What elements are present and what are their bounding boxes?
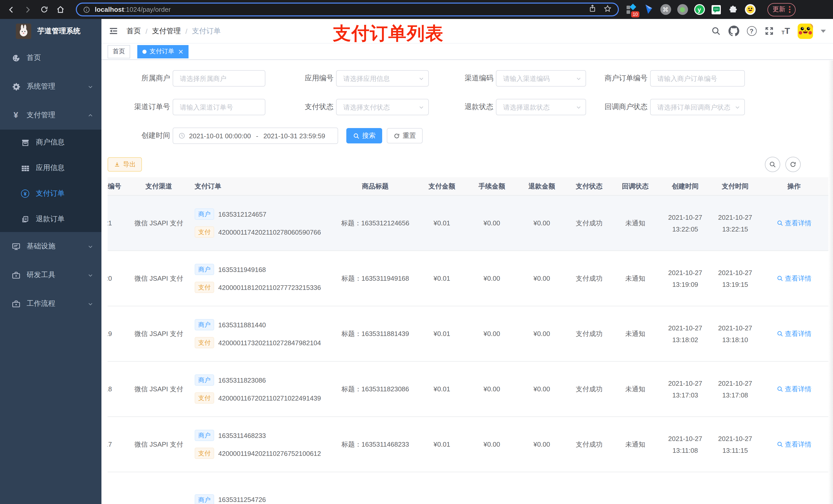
sidebar-item-app-info[interactable]: 应用信息 (0, 155, 101, 181)
breadcrumb-home[interactable]: 首页 (126, 26, 141, 35)
notify-status-select-wrap (650, 99, 745, 115)
address-bar[interactable]: localhost:1024/pay/order (76, 3, 619, 16)
reset-button[interactable]: 重置 (387, 128, 423, 143)
pay-status-select-wrap (336, 99, 429, 115)
sidebar-item-merchant-info[interactable]: 商户信息 (0, 129, 101, 155)
search-button[interactable]: 搜索 (346, 128, 382, 143)
browser-refresh-button[interactable] (38, 3, 50, 16)
scrollbar[interactable] (828, 61, 833, 504)
help-icon[interactable]: ? (747, 26, 756, 36)
tab-home[interactable]: 首页 (108, 45, 130, 58)
col-refund: 退款金额 (518, 177, 566, 195)
sidebar-item-workflow[interactable]: 工作流程 (0, 289, 101, 318)
col-created: 创建时间 (658, 177, 712, 195)
view-detail-link[interactable]: 查看详情 (777, 273, 811, 283)
search-icon (769, 161, 776, 168)
refund-status-select[interactable] (496, 99, 586, 115)
sidebar-item-system[interactable]: 系统管理 (0, 72, 101, 101)
create-time-label: 创建时间 (108, 131, 173, 140)
date-end: 2021-10-31 23:59:59 (263, 132, 325, 140)
share-icon[interactable] (589, 4, 596, 15)
tab-pay-order[interactable]: 支付订单 (137, 45, 189, 58)
browser-update-button[interactable]: 更新 (767, 3, 795, 16)
col-channel: 支付渠道 (128, 177, 190, 195)
show-search-button[interactable] (765, 157, 780, 172)
search-icon[interactable] (711, 26, 720, 36)
filter-row-3: 创建时间 2021-10-01 00:00:00 - 2021-10-31 23… (108, 127, 830, 144)
extension-kite-icon[interactable] (643, 4, 654, 15)
browser-menu-icon[interactable] (789, 6, 790, 13)
export-button[interactable]: 导出 (108, 157, 142, 172)
extension-chat-icon[interactable] (711, 4, 722, 15)
merchant-tag: 商户 (195, 494, 214, 504)
extension-bar: 10 ⌘ y 更新 (626, 3, 795, 16)
sidebar-item-refund-order[interactable]: 退款订单 (0, 207, 101, 232)
avatar[interactable] (798, 23, 813, 39)
pay-status-select[interactable] (336, 99, 429, 115)
sidebar-item-infrastructure[interactable]: 基础设施 (0, 232, 101, 261)
search-icon (777, 275, 783, 282)
briefcase-icon (11, 299, 21, 308)
merchant-input[interactable] (173, 70, 265, 87)
breadcrumb-payment[interactable]: 支付管理 (152, 26, 181, 35)
page-title-annotation: 支付订单列表 (333, 22, 444, 46)
url-text[interactable]: localhost:1024/pay/order (95, 6, 171, 13)
site-info-icon[interactable] (83, 6, 90, 13)
channel-code-select[interactable] (496, 70, 586, 87)
col-order: 支付订单 (190, 177, 333, 195)
view-detail-link[interactable]: 查看详情 (777, 439, 811, 449)
extension-y-icon[interactable]: y (694, 4, 705, 15)
view-detail-link[interactable]: 查看详情 (777, 218, 811, 228)
page-content: 所属商户 应用编号 渠道编码 商户订单编号 (101, 60, 833, 504)
merchant-order-no-input-wrap (650, 70, 745, 87)
sidebar-item-payment[interactable]: ¥ 支付管理 (0, 101, 101, 129)
gear-icon (11, 82, 21, 91)
avatar-caret-icon[interactable] (821, 29, 826, 32)
github-icon[interactable] (728, 26, 739, 37)
extension-record-icon[interactable] (677, 4, 688, 15)
refresh-table-button[interactable] (785, 157, 801, 172)
monitor-icon (11, 242, 21, 251)
browser-forward-button[interactable] (22, 3, 34, 16)
view-detail-link[interactable]: 查看详情 (777, 384, 811, 394)
search-icon (777, 330, 783, 337)
app-select[interactable] (336, 70, 429, 87)
extensions-puzzle-icon[interactable] (728, 4, 739, 15)
col-paid: 支付时间 (712, 177, 758, 195)
sidebar-toggle-icon[interactable] (109, 26, 118, 36)
merchant-input-wrap (173, 70, 265, 87)
extension-emoji-icon[interactable] (744, 4, 756, 15)
app-logo[interactable]: 芋道管理系统 (0, 19, 101, 44)
toolbox-icon (11, 271, 21, 280)
merchant-label: 所属商户 (108, 74, 173, 83)
col-status: 支付状态 (566, 177, 612, 195)
forward-icon (23, 5, 32, 14)
pay-circle-icon: ¥ (21, 190, 30, 198)
search-icon (777, 220, 783, 226)
extension-command-icon[interactable]: ⌘ (660, 4, 671, 15)
pay-tag: 支付 (195, 392, 214, 404)
font-size-icon[interactable]: TT (782, 27, 790, 35)
notify-status-select[interactable] (650, 99, 745, 115)
close-icon[interactable] (178, 49, 184, 54)
document-copy-icon (21, 215, 30, 223)
view-detail-link[interactable]: 查看详情 (777, 329, 811, 339)
browser-back-button[interactable] (5, 3, 18, 16)
pay-tag: 支付 (195, 337, 214, 348)
create-time-range-picker[interactable]: 2021-10-01 00:00:00 - 2021-10-31 23:59:5… (173, 127, 338, 144)
bookmark-star-icon[interactable] (603, 4, 612, 15)
sidebar-item-pay-order[interactable]: ¥ 支付订单 (0, 181, 101, 207)
sidebar-item-home[interactable]: 首页 (0, 44, 101, 72)
sidebar-item-dev-tools[interactable]: 研发工具 (0, 261, 101, 289)
browser-home-button[interactable] (54, 3, 67, 16)
channel-order-no-label: 渠道订单号 (108, 102, 173, 112)
extension-pieces-icon[interactable]: 10 (626, 4, 637, 15)
channel-order-no-input[interactable] (173, 99, 265, 115)
extension-badge: 10 (631, 11, 639, 17)
pay-tag: 支付 (195, 282, 214, 293)
merchant-order-no-input[interactable] (650, 70, 745, 87)
pay-tag: 支付 (195, 226, 214, 238)
fullscreen-icon[interactable] (764, 26, 774, 36)
refresh-icon (394, 133, 400, 139)
col-action: 操作 (758, 177, 830, 195)
